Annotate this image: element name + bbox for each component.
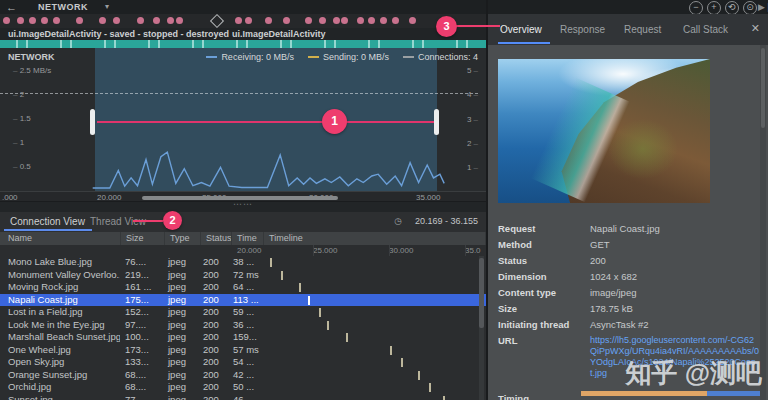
selection-range-line[interactable]	[97, 121, 437, 123]
request-time-tick	[281, 271, 283, 280]
cell-name: Orange Sunset.jpg	[0, 369, 120, 382]
selection-handle-right[interactable]	[434, 109, 439, 135]
cell-name: Lost in a Field.jpg	[0, 306, 120, 319]
cell-size: 219...	[120, 269, 163, 282]
zoom-selection-icon[interactable]: ⊙	[743, 1, 757, 15]
column-header-timeline[interactable]: Timeline	[264, 232, 486, 245]
go-live-icon[interactable]: ▶❙	[758, 1, 768, 14]
back-icon[interactable]: ←	[6, 0, 17, 14]
touch-event-dot	[392, 17, 399, 24]
zoom-in-icon[interactable]: +	[707, 1, 721, 15]
badge-3-pointer-line	[455, 25, 500, 27]
cell-size: 68....	[120, 381, 163, 394]
connections-table: Mono Lake Blue.jpg76....jpeg20038 ...Mon…	[0, 256, 486, 400]
chart-legend: Receiving: 0 MB/sSending: 0 MB/sConnecti…	[206, 51, 478, 63]
field-value-dimension: 1024 x 682	[590, 271, 637, 282]
touch-event-dot	[380, 17, 387, 24]
table-row[interactable]: Sunset.jpg77....jpeg20046 ...	[0, 394, 486, 400]
table-row[interactable]: One Wheel.jpg173...jpeg20057 ms	[0, 344, 486, 357]
profiler-title[interactable]: NETWORK	[38, 0, 88, 14]
connection-view-header: Connection View Thread View ◷ 20.169 - 3…	[0, 212, 486, 232]
table-row[interactable]: Mono Lake Blue.jpg76....jpeg20038 ...	[0, 256, 486, 269]
legend-item: Connections: 4	[403, 52, 478, 62]
cell-status: 200	[198, 306, 228, 319]
callout-badge-2: 2	[163, 211, 182, 230]
table-row[interactable]: Lost in a Field.jpg152...jpeg20059 ...	[0, 306, 486, 319]
cell-time: 57 ms	[228, 344, 259, 357]
y-axis-right-tick: 1	[467, 163, 478, 172]
cell-size: 173...	[120, 344, 163, 357]
close-icon[interactable]: ✕	[751, 22, 760, 35]
panel-vertical-scrollbar[interactable]	[760, 45, 766, 400]
cell-size: 152...	[120, 306, 163, 319]
table-row[interactable]: Orange Sunset.jpg68....jpeg20042 ...	[0, 369, 486, 382]
touch-event-dot	[368, 17, 375, 24]
network-profiler-window: ← NETWORK ▾ −+⟲⊙▶❙ ui.ImageDetailActivit…	[0, 0, 768, 400]
timing-section-label: Timing	[498, 393, 529, 400]
touch-event-dot	[153, 17, 160, 24]
column-header-name[interactable]: Name	[0, 232, 121, 245]
cell-name: Open Sky.jpg	[0, 356, 120, 369]
cell-timeline	[259, 306, 486, 319]
request-time-tick	[327, 321, 329, 330]
reset-zoom-icon[interactable]: ⟲	[725, 1, 739, 15]
touch-event-dot	[319, 17, 326, 24]
tab-call-stack[interactable]: Call Stack	[683, 24, 728, 35]
top-toolbar: ← NETWORK ▾ −+⟲⊙▶❙	[0, 0, 768, 15]
cell-size: 133...	[120, 356, 163, 369]
table-row[interactable]: Marshall Beach Sunset.jpg100...jpeg20015…	[0, 331, 486, 344]
timing-sending-bar	[581, 391, 707, 396]
network-usage-chart[interactable]: NETWORK 2.5 MB/s 21.510.5 54321 Receivin…	[0, 48, 486, 191]
cell-timeline	[259, 331, 486, 344]
table-row[interactable]: Napali Coast.jpg175...jpeg200113 ...	[0, 294, 486, 307]
tab-response[interactable]: Response	[560, 24, 605, 35]
panel-scrollbar-thumb[interactable]	[761, 48, 765, 128]
cell-time: 59 ...	[228, 306, 259, 319]
column-header-status[interactable]: Status	[201, 232, 232, 245]
request-time-tick	[270, 258, 272, 267]
cell-size: 97....	[120, 319, 163, 332]
cell-timeline	[259, 319, 486, 332]
y-axis-left-tick: 0.5	[13, 162, 31, 171]
request-time-tick	[429, 383, 431, 392]
column-header-type[interactable]: Type	[165, 232, 201, 245]
cell-type: jpeg	[163, 331, 198, 344]
touch-event-dot	[357, 17, 364, 24]
cell-type: jpeg	[163, 369, 198, 382]
cell-status: 200	[198, 356, 228, 369]
column-header-size[interactable]: Size	[121, 232, 165, 245]
legend-swatch	[403, 56, 414, 58]
table-row[interactable]: Orchid.jpg68....jpeg20050 ...	[0, 381, 486, 394]
table-vertical-scrollbar[interactable]	[479, 256, 484, 400]
activity-label-current: ui.ImageDetailActivity	[232, 28, 326, 40]
table-row[interactable]: Moving Rock.jpg161 ...jpeg20064 ...	[0, 281, 486, 294]
cell-status: 200	[198, 369, 228, 382]
table-row[interactable]: Monument Valley Overloo...219...jpeg2007…	[0, 269, 486, 282]
cell-type: jpeg	[163, 381, 198, 394]
cell-type: jpeg	[163, 269, 198, 282]
table-scrollbar-thumb[interactable]	[479, 258, 484, 328]
callout-badge-3: 3	[436, 16, 457, 37]
cell-timeline	[259, 281, 486, 294]
timeline-scale-label: 35.0	[465, 246, 481, 255]
cell-status: 200	[198, 394, 228, 400]
table-row[interactable]: Look Me in the Eye.jpg97....jpeg20036 ..…	[0, 319, 486, 332]
cell-timeline	[259, 394, 486, 400]
table-row[interactable]: Open Sky.jpg133...jpeg20054 ...	[0, 356, 486, 369]
touch-event-dot	[113, 17, 120, 24]
cell-time: 72 ms	[228, 269, 259, 282]
chevron-down-icon[interactable]: ▾	[105, 0, 109, 14]
column-header-time[interactable]: Time	[232, 232, 264, 245]
legend-swatch	[206, 56, 217, 58]
splitter-grip-icon[interactable]: ⋯⋯	[233, 199, 253, 209]
zoom-out-icon[interactable]: −	[689, 1, 703, 15]
field-value-method: GET	[590, 239, 610, 250]
tab-overview[interactable]: Overview	[500, 24, 542, 35]
tab-request[interactable]: Request	[624, 24, 661, 35]
activity-track: ui.ImageDetailActivity - saved - stopped…	[0, 28, 486, 40]
request-time-tick	[401, 358, 403, 367]
tab-connection-view[interactable]: Connection View	[10, 216, 85, 227]
selection-handle-left[interactable]	[90, 109, 95, 135]
cell-time: 38 ...	[228, 256, 259, 269]
cell-time: 36 ...	[228, 319, 259, 332]
